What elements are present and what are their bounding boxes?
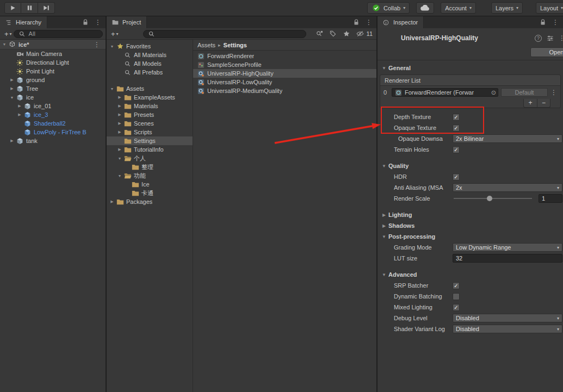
hierarchy-item-ice-01[interactable]: ▶ice_01 xyxy=(0,102,106,110)
layers-dropdown[interactable]: Layers ▾ xyxy=(491,2,523,14)
lock-icon[interactable] xyxy=(351,18,361,26)
collapse-arrow-icon[interactable]: ▼ xyxy=(116,157,123,160)
search-by-type-icon[interactable] xyxy=(315,30,324,38)
kebab-menu-icon[interactable]: ⋮ xyxy=(559,35,563,41)
expand-arrow-icon[interactable]: ▶ xyxy=(9,86,15,91)
folder-all-materials[interactable]: All Materials xyxy=(107,51,193,59)
collapse-arrow-icon[interactable]: ▼ xyxy=(9,96,15,99)
step-button[interactable] xyxy=(38,2,55,14)
expand-arrow-icon[interactable]: ▶ xyxy=(116,95,123,99)
render-scale-slider[interactable] xyxy=(454,198,532,199)
tab-hierarchy[interactable]: Hierarchy xyxy=(0,16,47,28)
asset-forwardrenderer[interactable]: ForwardRenderer xyxy=(193,52,376,60)
render-scale-value-field[interactable]: 1 xyxy=(539,194,562,203)
section-header-general[interactable]: ▼General xyxy=(378,63,563,73)
expand-arrow-icon[interactable]: ▶ xyxy=(16,113,23,117)
hierarchy-item-ground[interactable]: ▶ground xyxy=(0,76,106,84)
collab-dropdown[interactable]: Collab ▾ xyxy=(367,2,410,14)
hierarchy-item-main-camera[interactable]: Main Camera xyxy=(0,49,106,58)
folder-favorites[interactable]: ▼Favorites xyxy=(107,42,193,51)
tab-inspector[interactable]: Inspector xyxy=(378,16,424,28)
object-picker-icon[interactable]: ⊙ xyxy=(491,89,496,96)
folder-item[interactable]: ▼个人 xyxy=(107,154,193,163)
help-icon[interactable]: ? xyxy=(535,35,542,42)
favorites-filter-icon[interactable] xyxy=(342,30,351,38)
expand-arrow-icon[interactable]: ▶ xyxy=(16,104,23,108)
folder-scripts[interactable]: ▶Scripts xyxy=(107,128,193,136)
folder-materials[interactable]: ▶Materials xyxy=(107,102,193,110)
collapse-arrow-icon[interactable]: ▼ xyxy=(381,66,387,71)
pause-button[interactable] xyxy=(21,2,38,14)
anti-aliasing-msa-dropdown[interactable]: 2x▾ xyxy=(453,183,562,192)
folder-assets[interactable]: ▼Assets xyxy=(107,84,193,93)
section-header-quality[interactable]: ▼Quality xyxy=(378,160,563,171)
project-search-input[interactable] xyxy=(143,30,306,38)
dynamic-batching-checkbox[interactable] xyxy=(453,293,460,300)
asset-universalrp-mediumquality[interactable]: UniversalRP-MediumQuality xyxy=(193,86,376,95)
section-header-shadows[interactable]: ▶Shadows xyxy=(378,220,563,231)
asset-universalrp-highquality[interactable]: UniversalRP-HighQuality xyxy=(193,69,376,78)
collapse-arrow-icon[interactable]: ▼ xyxy=(116,174,123,178)
kebab-menu-icon[interactable]: ⋮ xyxy=(366,19,372,26)
expand-arrow-icon[interactable]: ▶ xyxy=(381,213,387,217)
default-button[interactable]: Default xyxy=(501,88,548,97)
folder-item[interactable]: 卡通 xyxy=(107,189,193,197)
hierarchy-item-tank[interactable]: ▶tank xyxy=(0,136,106,145)
opaque-downsa-dropdown[interactable]: 2x Bilinear▾ xyxy=(453,134,562,143)
collapse-arrow-icon[interactable]: ▼ xyxy=(381,234,387,239)
hierarchy-item-shaderball2[interactable]: Shaderball2 xyxy=(0,119,106,128)
lock-icon[interactable] xyxy=(81,18,90,26)
expand-arrow-icon[interactable]: ▶ xyxy=(116,121,123,126)
expand-arrow-icon[interactable]: ▶ xyxy=(9,78,15,82)
hierarchy-item-ice[interactable]: ▼ice xyxy=(0,93,106,102)
open-button[interactable]: Open xyxy=(530,47,563,57)
collapse-arrow-icon[interactable]: ▼ xyxy=(1,42,8,46)
slider-knob[interactable] xyxy=(487,196,492,201)
asset-universalrp-lowquality[interactable]: UniversalRP-LowQuality xyxy=(193,78,376,86)
hierarchy-item-lowpoly-firtree-b[interactable]: LowPoly - FirTree B xyxy=(0,128,106,136)
folder-exampleassets[interactable]: ▶ExampleAssets xyxy=(107,93,193,102)
depth-texture-checkbox[interactable]: ✓ xyxy=(453,114,460,121)
create-asset-button[interactable]: + ▾ xyxy=(109,30,120,38)
scene-kebab-icon[interactable]: ⋮ xyxy=(94,41,106,48)
renderer-kebab-icon[interactable]: ⋮ xyxy=(550,89,557,96)
folder-all-models[interactable]: All Models xyxy=(107,59,193,68)
breadcrumb-assets[interactable]: Assets xyxy=(197,42,215,48)
folder-settings[interactable]: Settings xyxy=(107,136,193,145)
section-header-lighting[interactable]: ▶Lighting xyxy=(378,209,563,220)
lut-size-field[interactable]: 32 xyxy=(453,254,562,263)
folder-presets[interactable]: ▶Presets xyxy=(107,110,193,119)
cloud-button[interactable] xyxy=(416,2,434,14)
expand-arrow-icon[interactable]: ▶ xyxy=(116,113,123,117)
scene-header-ice[interactable]: ▼ ice* ⋮ xyxy=(0,40,106,49)
grading-mode-dropdown[interactable]: Low Dynamic Range▾ xyxy=(453,243,562,252)
hierarchy-item-ice-3[interactable]: ▶ice_3 xyxy=(0,110,106,119)
folder-packages[interactable]: ▶Packages xyxy=(107,197,193,206)
create-menu-button[interactable]: + ▾ xyxy=(3,30,14,38)
kebab-menu-icon[interactable]: ⋮ xyxy=(552,19,559,26)
layout-dropdown[interactable]: Layout ▾ xyxy=(536,2,563,14)
expand-arrow-icon[interactable]: ▶ xyxy=(109,200,115,204)
folder-tutorialinfo[interactable]: ▶TutorialInfo xyxy=(107,145,193,154)
folder-item[interactable]: ▼功能 xyxy=(107,171,193,180)
collapse-arrow-icon[interactable]: ▼ xyxy=(109,87,115,91)
expand-arrow-icon[interactable]: ▶ xyxy=(116,130,123,134)
folder-all-prefabs[interactable]: All Prefabs xyxy=(107,68,193,77)
collapse-arrow-icon[interactable]: ▼ xyxy=(381,164,387,169)
debug-level-dropdown[interactable]: Disabled▾ xyxy=(453,314,562,322)
hierarchy-item-directional-light[interactable]: Directional Light xyxy=(0,58,106,67)
account-dropdown[interactable]: Account ▾ xyxy=(441,2,476,14)
mixed-lighting-checkbox[interactable]: ✓ xyxy=(453,304,460,311)
remove-renderer-button[interactable]: − xyxy=(537,99,550,107)
hierarchy-item-point-light[interactable]: Point Light xyxy=(0,67,106,76)
hierarchy-search-input[interactable]: All xyxy=(14,30,103,38)
collapse-arrow-icon[interactable]: ▼ xyxy=(109,45,115,48)
terrain-holes-checkbox[interactable]: ✓ xyxy=(453,146,460,153)
expand-arrow-icon[interactable]: ▶ xyxy=(116,147,123,152)
hidden-count-button[interactable]: 11 xyxy=(356,30,373,38)
collapse-arrow-icon[interactable]: ▼ xyxy=(381,272,387,277)
kebab-menu-icon[interactable]: ⋮ xyxy=(95,19,101,26)
folder-scenes[interactable]: ▶Scenes xyxy=(107,119,193,128)
presets-icon[interactable] xyxy=(546,34,555,42)
breadcrumb-settings[interactable]: Settings xyxy=(224,42,247,48)
